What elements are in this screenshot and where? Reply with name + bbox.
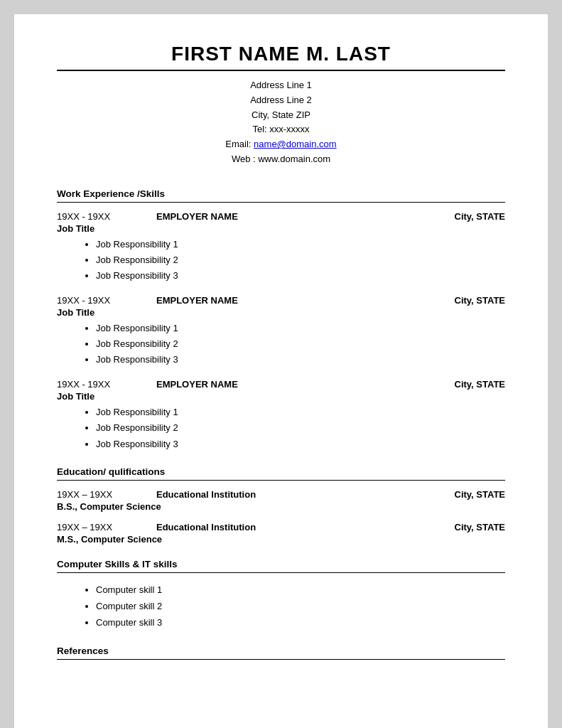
list-item: Job Responsibility 3: [96, 437, 505, 452]
job-row-3: 19XX - 19XX EMPLOYER NAME City, STATE: [57, 379, 505, 390]
list-item: Computer skill 2: [96, 598, 505, 614]
computer-skills-section: Computer Skills & IT skills Computer ski…: [57, 559, 505, 631]
references-divider: [57, 659, 505, 660]
email-label: Email:: [225, 139, 254, 149]
job-row-2: 19XX - 19XX EMPLOYER NAME City, STATE: [57, 295, 505, 306]
list-item: Job Responsibility 3: [96, 352, 505, 368]
job-entry-2: 19XX - 19XX EMPLOYER NAME City, STATE Jo…: [57, 295, 505, 368]
computer-skills-heading: Computer Skills & IT skills: [57, 559, 505, 569]
job-responsibilities-1: Job Responsibility 1 Job Responsibility …: [57, 237, 505, 284]
edu-dates-2: 19XX – 19XX: [57, 522, 135, 532]
list-item: Job Responsibility 2: [96, 336, 505, 352]
education-divider: [57, 480, 505, 481]
job-dates-3: 19XX - 19XX: [57, 379, 135, 390]
contact-info: Address Line 1 Address Line 2 City, Stat…: [57, 78, 505, 167]
references-section: References: [57, 646, 505, 660]
education-section: Education/ qulifications 19XX – 19XX Edu…: [57, 466, 505, 545]
address-line2: Address Line 2: [57, 93, 505, 108]
computer-skills-divider: [57, 572, 505, 573]
job-location-3: City, STATE: [455, 379, 506, 390]
work-experience-divider: [57, 202, 505, 203]
edu-institution-1: Educational Institution: [135, 489, 455, 500]
list-item: Job Responsibility 2: [96, 252, 505, 268]
list-item: Computer skill 3: [96, 614, 505, 631]
job-dates-1: 19XX - 19XX: [57, 211, 135, 222]
job-entry-1: 19XX - 19XX EMPLOYER NAME City, STATE Jo…: [57, 211, 505, 284]
job-title-2: Job Title: [57, 307, 505, 318]
header-divider: [57, 70, 505, 71]
job-responsibilities-2: Job Responsibility 1 Job Responsibility …: [57, 321, 505, 368]
web: Web : www.domain.com: [57, 152, 505, 167]
edu-location-2: City, STATE: [455, 522, 506, 532]
edu-dates-1: 19XX – 19XX: [57, 489, 135, 500]
job-title-1: Job Title: [57, 223, 505, 234]
email-link[interactable]: name@domain.com: [254, 139, 337, 149]
job-entry-3: 19XX - 19XX EMPLOYER NAME City, STATE Jo…: [57, 379, 505, 451]
skills-list: Computer skill 1 Computer skill 2 Comput…: [57, 582, 505, 631]
job-location-2: City, STATE: [455, 295, 506, 306]
list-item: Job Responsibility 2: [96, 420, 505, 436]
job-location-1: City, STATE: [455, 211, 506, 222]
job-responsibilities-3: Job Responsibility 1 Job Responsibility …: [57, 405, 505, 451]
name-heading: FIRST NAME M. LAST: [57, 43, 505, 65]
job-employer-2: EMPLOYER NAME: [135, 295, 455, 306]
work-experience-heading: Work Experience /Skills: [57, 188, 505, 199]
tel: Tel: xxx-xxxxx: [57, 122, 505, 137]
edu-degree-1: B.S., Computer Science: [57, 501, 505, 512]
edu-degree-2: M.S., Computer Science: [57, 534, 505, 545]
email-line: Email: name@domain.com: [57, 137, 505, 152]
education-heading: Education/ qulifications: [57, 466, 505, 477]
edu-entry-1: 19XX – 19XX Educational Institution City…: [57, 489, 505, 512]
edu-row-2: 19XX – 19XX Educational Institution City…: [57, 522, 505, 532]
edu-institution-2: Educational Institution: [135, 522, 455, 532]
resume-page: FIRST NAME M. LAST Address Line 1 Addres…: [14, 14, 548, 728]
list-item: Job Responsibility 1: [96, 405, 505, 420]
job-dates-2: 19XX - 19XX: [57, 295, 135, 306]
address-line1: Address Line 1: [57, 78, 505, 93]
references-heading: References: [57, 646, 505, 656]
list-item: Job Responsibility 1: [96, 237, 505, 252]
list-item: Computer skill 1: [96, 582, 505, 598]
list-item: Job Responsibility 1: [96, 321, 505, 336]
job-title-3: Job Title: [57, 391, 505, 402]
job-row-1: 19XX - 19XX EMPLOYER NAME City, STATE: [57, 211, 505, 222]
job-employer-1: EMPLOYER NAME: [135, 211, 455, 222]
edu-entry-2: 19XX – 19XX Educational Institution City…: [57, 522, 505, 545]
work-experience-section: Work Experience /Skills 19XX - 19XX EMPL…: [57, 188, 505, 452]
list-item: Job Responsibility 3: [96, 268, 505, 284]
edu-location-1: City, STATE: [455, 489, 506, 500]
job-employer-3: EMPLOYER NAME: [135, 379, 455, 390]
edu-row-1: 19XX – 19XX Educational Institution City…: [57, 489, 505, 500]
city-state-zip: City, State ZIP: [57, 108, 505, 123]
